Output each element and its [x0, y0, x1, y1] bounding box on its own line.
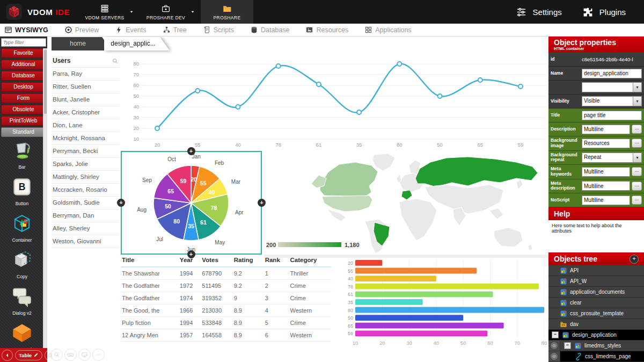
tree-item-clear[interactable]: clear	[548, 298, 644, 308]
component-copy[interactable]: Copy	[0, 249, 44, 279]
line-chart-widget[interactable]: 102030405060708020554078613580506559	[121, 52, 548, 150]
tree-item-api[interactable]: API	[548, 265, 644, 276]
tree-item-api-w[interactable]: API_W	[548, 276, 644, 287]
visibility-toggle[interactable]	[551, 353, 558, 360]
movies-table-widget[interactable]: TitleYearVotesRatingRankCategory The Sha…	[121, 254, 331, 342]
property-input[interactable]	[582, 69, 642, 78]
user-list-item[interactable]: Blunt, Janelle	[52, 93, 120, 106]
component-bar[interactable]: Bar	[0, 139, 44, 170]
copy-button[interactable]	[45, 350, 56, 361]
table-row[interactable]: The Shawshank19946787909.21Thriller	[121, 267, 331, 280]
topbar-action-plugins[interactable]: Plugins	[582, 6, 626, 18]
user-list-item[interactable]: Mattingly, Shirley	[52, 171, 120, 184]
category-database[interactable]: Database	[1, 71, 46, 81]
search-icon[interactable]	[112, 57, 119, 64]
selection-handle-right[interactable]: +	[258, 199, 266, 207]
property-input[interactable]	[582, 181, 630, 191]
users-list-widget[interactable]: Users Parra, RayRitter, SuellenBlunt, Ja…	[52, 54, 120, 362]
toolbar-item-database[interactable]: Database	[250, 26, 290, 34]
category-printtoweb[interactable]: PrintToWeb	[1, 116, 46, 126]
property-select[interactable]: Repeat▼	[582, 153, 642, 163]
collapse-icon[interactable]: −	[552, 331, 559, 338]
ellipsis-button[interactable]: ...	[632, 125, 642, 134]
user-list-item[interactable]: Dion, Lane	[52, 119, 120, 132]
user-list-item[interactable]: Goldsmith, Sudie	[52, 197, 120, 209]
ellipsis-button[interactable]: ...	[632, 182, 642, 191]
ellipsis-button[interactable]: ...	[632, 167, 642, 176]
component-flex-container[interactable]: FLEX Container	[0, 322, 44, 348]
property-input[interactable]	[582, 125, 630, 134]
add-object-button[interactable]: +	[630, 255, 639, 264]
toolbar-item-wysiwyg[interactable]: WYSIWYG	[4, 26, 48, 34]
property-select[interactable]: Visible▼	[582, 96, 642, 106]
table-row[interactable]: The Godfather19725114959.22Crime	[121, 280, 331, 292]
category-desktop[interactable]: Desktop	[1, 82, 46, 92]
component-dialog-v2[interactable]: Dialog v2	[0, 285, 44, 316]
topbar-menu-proshare-dev[interactable]: PROSHARE DEV	[140, 0, 201, 24]
selection-handle-top[interactable]: +	[187, 147, 195, 155]
select-caret-icon[interactable]: ▼	[633, 153, 641, 162]
table-row[interactable]: The Good, the19662130308.94Western	[121, 305, 331, 317]
user-list-item[interactable]: Perryman, Becki	[52, 145, 120, 158]
app-logo[interactable]: VDOM IDE	[0, 0, 78, 24]
user-list-item[interactable]: Weston, Giovanni	[52, 235, 120, 248]
property-input[interactable]	[582, 196, 630, 205]
back-button[interactable]	[2, 350, 13, 361]
collapse-icon[interactable]: −	[564, 342, 571, 349]
sidebar-scrollbar[interactable]	[43, 48, 47, 348]
toolbar-item-scripts[interactable]: Scripts	[203, 26, 234, 34]
user-list-item[interactable]: Alley, Sherley	[52, 222, 120, 235]
user-list-item[interactable]: Parra, Ray	[52, 68, 120, 81]
type-filter-input[interactable]	[1, 38, 46, 47]
property-select[interactable]: ▼	[582, 82, 642, 92]
toolbar-item-resources[interactable]: Resources	[305, 26, 348, 34]
user-list-item[interactable]: Mcknight, Rossana	[52, 132, 120, 145]
property-input[interactable]	[582, 167, 630, 177]
user-list-item[interactable]: Acker, Cristopher	[52, 106, 120, 119]
user-list-item[interactable]: Sparks, Jolie	[52, 158, 120, 171]
ellipsis-button[interactable]: ...	[632, 139, 642, 148]
pie-chart-widget-selected[interactable]: 20Jan55Feb40Mar78Apr61May35Jun80Jul50Aug…	[121, 151, 262, 255]
category-form[interactable]: Form	[1, 93, 46, 103]
keyboard-button[interactable]	[64, 349, 77, 361]
tab-design-applic[interactable]: design_applic...	[104, 37, 170, 50]
table-row[interactable]: Pulp fiction19945338488.95Crime	[121, 317, 331, 329]
property-input[interactable]	[582, 139, 630, 148]
bar-chart-widget[interactable]: 102030405060708020554078613580506559	[341, 258, 548, 347]
tree-item-css-prosuite-template[interactable]: css_prosuite_template	[548, 308, 644, 319]
select-caret-icon[interactable]: ▼	[633, 83, 641, 92]
tree-item-dav[interactable]: DVdav	[548, 319, 644, 330]
table-row[interactable]: 12 Angry Men19571645588.96Western	[121, 329, 331, 342]
table-row[interactable]: The Godfather197431935293Crime	[121, 292, 331, 305]
tab-home[interactable]: home	[52, 37, 112, 50]
world-map-widget[interactable]: 2001,180	[264, 150, 547, 256]
preview-screen-button[interactable]	[78, 349, 91, 361]
tree-item-css-limedms-page[interactable]: css_limedms_page	[548, 351, 644, 362]
property-input[interactable]	[582, 111, 642, 120]
ellipsis-button[interactable]: ...	[632, 196, 642, 205]
tree-item-design-application[interactable]: −design_application	[548, 330, 644, 341]
toolbar-item-preview[interactable]: Preview	[64, 26, 99, 34]
more-tools-button[interactable]	[92, 349, 105, 361]
topbar-menu-vdom-servers[interactable]: VDOM SERVERS	[78, 0, 140, 24]
component-button[interactable]: BButton	[0, 176, 44, 206]
user-list-item[interactable]: Mccracken, Rosario	[52, 184, 120, 197]
category-obsolete[interactable]: Obsolete	[1, 105, 46, 114]
category-favorite[interactable]: Favorite	[1, 48, 46, 58]
toolbar-item-applications[interactable]: Applications	[364, 26, 411, 34]
user-list-item[interactable]: Berryman, Dan	[52, 209, 120, 222]
topbar-menu-proshare[interactable]: PROSHARE	[201, 0, 253, 24]
toolbar-item-events[interactable]: Events	[115, 26, 146, 34]
selection-handle-bottom[interactable]: +	[187, 250, 195, 258]
component-container[interactable]: Container	[0, 212, 44, 243]
toolbar-item-tree[interactable]: Tree	[163, 26, 187, 34]
user-list-item[interactable]: Ritter, Suellen	[52, 81, 120, 93]
topbar-action-settings[interactable]: Settings	[516, 6, 562, 18]
table-component-item[interactable]: Table	[15, 350, 42, 360]
select-caret-icon[interactable]: ▼	[633, 97, 641, 106]
selection-handle-left[interactable]: +	[117, 199, 125, 207]
category-additional[interactable]: Additional	[1, 60, 46, 69]
tree-item-limedms-styles[interactable]: −limedms_styles	[548, 341, 644, 351]
visibility-toggle[interactable]	[551, 342, 558, 349]
tree-item-application-documents[interactable]: application_documents	[548, 287, 644, 298]
